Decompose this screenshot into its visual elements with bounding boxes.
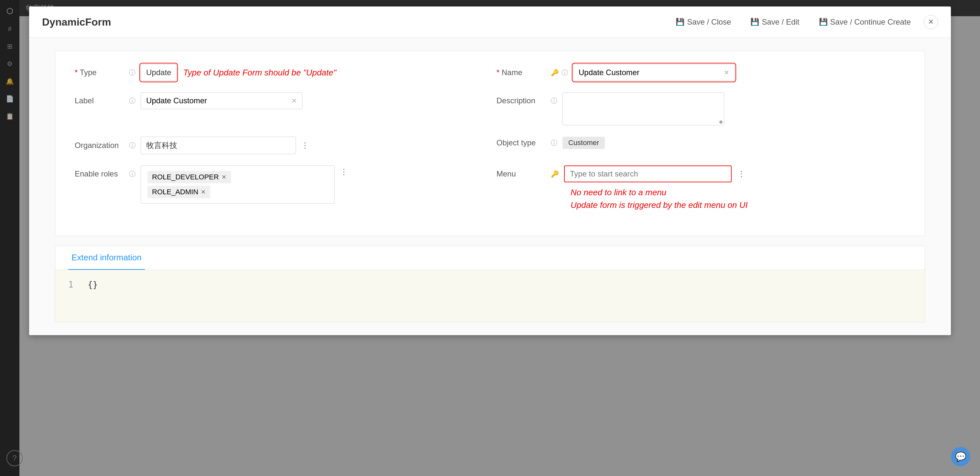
- name-input[interactable]: [579, 68, 724, 77]
- save-continue-icon: 💾: [819, 18, 828, 26]
- menu-label-group: Menu 🔑: [496, 166, 559, 179]
- modal-header: DynamicForm 💾 Save / Close 💾 Save / Edit…: [29, 6, 951, 38]
- roles-field-wrapper: Enable roles ⓘ ROLE_DEVELOPER ✕: [75, 166, 484, 204]
- name-clear-btn[interactable]: ✕: [724, 69, 729, 77]
- menu-annotation-line1: No need to link to a menu: [571, 186, 748, 199]
- role-developer-tag: ROLE_DEVELOPER ✕: [148, 171, 231, 183]
- role-admin-tag: ROLE_ADMIN ✕: [148, 186, 210, 198]
- role-developer-remove[interactable]: ✕: [221, 174, 226, 180]
- description-label: Description: [496, 96, 548, 105]
- help-button[interactable]: ?: [6, 450, 23, 466]
- label-label: Label: [75, 96, 126, 105]
- org-input-box[interactable]: 牧言科技: [141, 137, 296, 154]
- menu-annotation-line2: Update form is triggered by the edit men…: [571, 199, 748, 211]
- type-value: Update: [146, 68, 171, 77]
- object-type-badge: Customer: [562, 137, 605, 149]
- save-close-icon: 💾: [676, 18, 684, 26]
- role-admin-remove[interactable]: ✕: [201, 188, 206, 196]
- menu-annotation: No need to link to a menu Update form is…: [571, 186, 748, 211]
- label-field-wrapper: Label ⓘ ✕: [75, 92, 484, 109]
- menu-search-input[interactable]: [564, 166, 732, 182]
- resize-handle: [719, 120, 722, 124]
- name-label: * Name: [496, 68, 548, 77]
- org-more-options-btn[interactable]: ⋮: [299, 139, 312, 152]
- description-help-icon[interactable]: ⓘ: [551, 96, 557, 105]
- menu-label: Menu: [496, 169, 548, 179]
- name-field-wrapper: * Name 🔑 ⓘ ✕: [496, 64, 905, 81]
- label-clear-btn[interactable]: ✕: [291, 97, 297, 105]
- object-type-help-icon[interactable]: ⓘ: [551, 139, 557, 147]
- org-input-group: 牧言科技 ⋮: [141, 137, 351, 154]
- type-label-group: * Type ⓘ: [75, 68, 135, 77]
- object-type-field-wrapper: Object type ⓘ Customer: [496, 137, 905, 149]
- tab-section: Extend information 1 {}: [55, 246, 925, 322]
- description-label-group: Description ⓘ: [496, 92, 557, 105]
- label-label-group: Label ⓘ: [75, 96, 135, 105]
- menu-key-icon: 🔑: [551, 170, 559, 178]
- line-number-1: 1: [68, 280, 81, 289]
- code-editor-area[interactable]: 1 {}: [55, 270, 925, 322]
- list-item: ROLE_ADMIN ✕: [146, 185, 329, 200]
- roles-more-options-btn[interactable]: ⋮: [337, 166, 350, 179]
- save-continue-button[interactable]: 💾 Save / Continue Create: [813, 14, 917, 30]
- form-row-roles-menu: Enable roles ⓘ ROLE_DEVELOPER ✕: [75, 166, 905, 211]
- form-section: * Type ⓘ Update Type of Update Form shou…: [55, 51, 925, 236]
- form-row-org-objtype: Organization ⓘ 牧言科技 ⋮ Obje: [75, 137, 905, 154]
- roles-label: Enable roles: [75, 169, 126, 179]
- modal-title: DynamicForm: [42, 16, 111, 28]
- roles-label-group: Enable roles ⓘ: [75, 166, 135, 179]
- org-value: 牧言科技: [146, 140, 177, 150]
- name-key-icon: 🔑: [551, 69, 559, 77]
- roles-input-group: ROLE_DEVELOPER ✕ ROLE_ADMIN ✕: [141, 166, 351, 204]
- type-annotation-text: Type of Update Form should be "Update": [183, 68, 336, 78]
- name-input-box[interactable]: ✕: [573, 64, 735, 81]
- code-content-1: {}: [88, 280, 98, 289]
- label-input-box[interactable]: ✕: [141, 92, 302, 109]
- object-type-label-group: Object type ⓘ: [496, 138, 557, 147]
- type-help-icon[interactable]: ⓘ: [129, 68, 135, 77]
- type-annotation-group: Update Type of Update Form should be "Up…: [141, 64, 336, 81]
- tab-header: Extend information: [55, 246, 925, 270]
- label-input[interactable]: [146, 96, 291, 105]
- org-label: Organization: [75, 141, 126, 150]
- dynamic-form-modal: DynamicForm 💾 Save / Close 💾 Save / Edit…: [29, 6, 951, 335]
- roles-help-icon[interactable]: ⓘ: [129, 170, 135, 179]
- label-help-icon[interactable]: ⓘ: [129, 96, 135, 105]
- modal-overlay: DynamicForm 💾 Save / Close 💾 Save / Edit…: [0, 0, 980, 476]
- roles-container[interactable]: ROLE_DEVELOPER ✕ ROLE_ADMIN ✕: [141, 166, 335, 204]
- description-field-wrapper: Description ⓘ: [496, 92, 905, 125]
- save-edit-icon: 💾: [750, 18, 759, 26]
- menu-input-row: ⋮: [564, 166, 748, 182]
- org-field-wrapper: Organization ⓘ 牧言科技 ⋮: [75, 137, 484, 154]
- modal-close-button[interactable]: ✕: [924, 15, 938, 29]
- menu-more-options-btn[interactable]: ⋮: [735, 168, 748, 180]
- modal-body: * Type ⓘ Update Type of Update Form shou…: [29, 38, 951, 335]
- org-help-icon[interactable]: ⓘ: [129, 141, 135, 150]
- org-label-group: Organization ⓘ: [75, 141, 135, 150]
- name-help-icon[interactable]: ⓘ: [562, 68, 568, 77]
- save-edit-button[interactable]: 💾 Save / Edit: [744, 14, 806, 30]
- type-input-box: Update: [141, 64, 177, 81]
- save-close-button[interactable]: 💾 Save / Close: [669, 14, 737, 30]
- type-label: * Type: [75, 68, 126, 77]
- chat-button[interactable]: 💬: [951, 447, 970, 466]
- list-item: ROLE_DEVELOPER ✕: [146, 170, 329, 185]
- object-type-label: Object type: [496, 138, 548, 147]
- tab-extend-information[interactable]: Extend information: [68, 246, 145, 270]
- menu-field-wrapper: Menu 🔑 ⋮ No need to link to a menu Updat…: [496, 166, 905, 211]
- type-field-wrapper: * Type ⓘ Update Type of Update Form shou…: [75, 64, 484, 81]
- modal-actions: 💾 Save / Close 💾 Save / Edit 💾 Save / Co…: [669, 14, 938, 30]
- description-input-box[interactable]: [562, 92, 724, 125]
- form-row-label-desc: Label ⓘ ✕ Description ⓘ: [75, 92, 905, 125]
- code-line-1: 1 {}: [68, 280, 912, 289]
- description-textarea[interactable]: [563, 93, 724, 125]
- form-row-type-name: * Type ⓘ Update Type of Update Form shou…: [75, 64, 905, 81]
- name-label-group: * Name 🔑 ⓘ: [496, 68, 568, 77]
- menu-right-section: ⋮ No need to link to a menu Update form …: [564, 166, 748, 211]
